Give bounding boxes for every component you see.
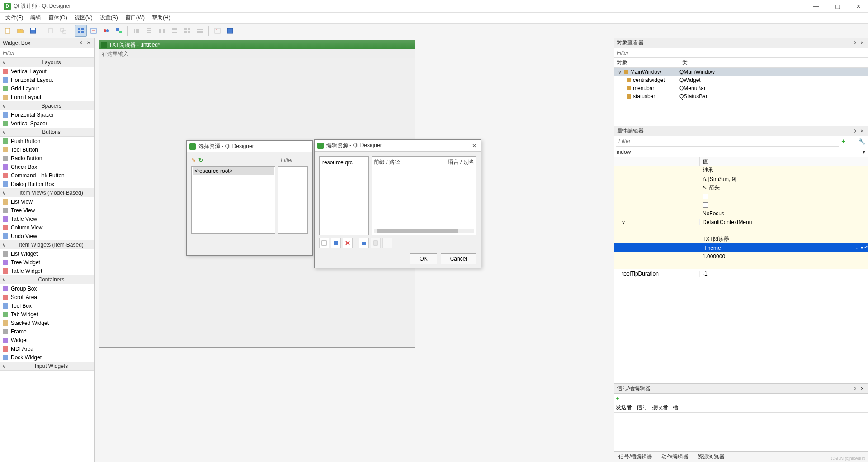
widget-item[interactable]: Radio Button <box>0 154 94 162</box>
layout-vertical-button[interactable] <box>143 25 155 37</box>
ok-button[interactable]: OK <box>410 253 437 264</box>
form-menubar[interactable]: 在这里输入 <box>99 49 415 58</box>
property-row[interactable] <box>614 261 868 269</box>
panel-float-icon[interactable]: ◊ <box>852 386 858 392</box>
layout-horizontal-splitter-button[interactable] <box>156 25 168 37</box>
panel-close-icon[interactable]: ✕ <box>85 40 92 46</box>
edit-buddies-button[interactable] <box>100 25 112 37</box>
widget-item[interactable]: MDI Area <box>0 344 94 353</box>
new-qrc-icon[interactable] <box>319 238 329 248</box>
widget-item[interactable]: Frame <box>0 327 94 336</box>
widget-item[interactable]: Vertical Layout <box>0 67 94 76</box>
widget-item[interactable]: Scroll Area <box>0 293 94 301</box>
property-object-combo[interactable]: indow ▾ <box>614 147 868 157</box>
resource-table[interactable]: 前缀 / 路径 语言 / 别名 <box>372 156 476 235</box>
widget-item[interactable]: Table View <box>0 214 94 223</box>
tab-signal-slot[interactable]: 信号/槽编辑器 <box>618 453 652 461</box>
dialog2-close-icon[interactable]: ✕ <box>470 143 478 149</box>
layout-vertical-splitter-button[interactable] <box>169 25 180 37</box>
widget-box-filter[interactable] <box>0 48 94 58</box>
adjust-size-button[interactable] <box>224 25 236 37</box>
property-name-col[interactable] <box>614 157 700 166</box>
signal-table-body[interactable] <box>614 413 868 451</box>
minimize-button[interactable]: — <box>810 3 822 10</box>
object-col[interactable]: 对象 <box>614 58 679 67</box>
horizontal-scrollbar[interactable] <box>374 229 474 233</box>
open-file-button[interactable] <box>14 25 26 37</box>
signal-col[interactable]: 信号 <box>637 404 647 412</box>
widget-item[interactable]: Tree View <box>0 206 94 214</box>
remove-signal-icon[interactable]: — <box>621 395 627 402</box>
widget-item[interactable]: Horizontal Layout <box>0 76 94 84</box>
class-col[interactable]: 类 <box>679 58 691 67</box>
panel-close-icon[interactable]: ✕ <box>859 128 865 134</box>
widget-item[interactable]: Tree Widget <box>0 258 94 267</box>
widget-item[interactable]: Table Widget <box>0 267 94 275</box>
widget-category[interactable]: vItem Widgets (Item-Based) <box>0 240 94 249</box>
dialog1-filter[interactable] <box>281 157 308 163</box>
property-row[interactable]: [Theme]... ▾ ↶ <box>614 243 868 252</box>
widget-item[interactable]: List Widget <box>0 249 94 258</box>
maximize-button[interactable]: ▢ <box>831 3 844 10</box>
widget-item[interactable]: Group Box <box>0 284 94 293</box>
object-tree-row[interactable]: menubarQMenuBar <box>614 84 868 92</box>
widget-category[interactable]: vButtons <box>0 128 94 137</box>
panel-close-icon[interactable]: ✕ <box>859 40 865 46</box>
remove-property-icon[interactable]: — <box>848 137 857 146</box>
property-row[interactable]: 继承 <box>614 166 868 175</box>
widget-item[interactable]: List View <box>0 197 94 206</box>
menu-view[interactable]: 视图(V) <box>71 13 96 23</box>
open-qrc-icon[interactable] <box>331 238 341 248</box>
add-property-icon[interactable]: + <box>839 137 848 146</box>
configure-icon[interactable]: 🔧 <box>857 137 866 146</box>
menu-form[interactable]: 窗体(O) <box>45 13 71 23</box>
widget-item[interactable]: Push Button <box>0 137 94 145</box>
add-prefix-icon[interactable] <box>359 238 369 248</box>
property-filter[interactable] <box>616 137 839 147</box>
qrc-list[interactable]: resource.qrc <box>319 156 369 235</box>
resource-root-item[interactable]: <resource root> <box>193 167 274 175</box>
panel-float-icon[interactable]: ◊ <box>852 128 858 134</box>
widget-item[interactable]: Column View <box>0 223 94 232</box>
widget-category[interactable]: vSpacers <box>0 101 94 110</box>
widget-category[interactable]: vInput Widgets <box>0 362 94 371</box>
sender-col[interactable]: 发送者 <box>616 404 632 412</box>
property-row[interactable] <box>614 192 868 200</box>
widget-item[interactable]: Vertical Spacer <box>0 119 94 128</box>
edit-widgets-button[interactable] <box>75 25 87 37</box>
widget-item[interactable]: Dock Widget <box>0 353 94 362</box>
add-file-icon[interactable] <box>371 238 381 248</box>
widget-item[interactable]: Widget <box>0 336 94 344</box>
qrc-item[interactable]: resource.qrc <box>321 158 367 167</box>
save-button[interactable] <box>27 25 39 37</box>
tab-action-editor[interactable]: 动作编辑器 <box>661 453 689 461</box>
property-row[interactable]: NoFocus <box>614 209 868 218</box>
add-signal-icon[interactable]: + <box>616 395 619 402</box>
widget-item[interactable]: Grid Layout <box>0 84 94 93</box>
widget-item[interactable]: Undo View <box>0 232 94 240</box>
receiver-col[interactable]: 接收者 <box>652 404 668 412</box>
property-row[interactable] <box>614 200 868 209</box>
undo-button[interactable] <box>45 25 57 37</box>
widget-category[interactable]: vLayouts <box>0 58 94 67</box>
menu-help[interactable]: 帮助(H) <box>148 13 174 23</box>
remove-qrc-icon[interactable] <box>343 238 353 248</box>
edit-tab-order-button[interactable] <box>113 25 125 37</box>
property-row[interactable]: yDefaultContextMenu <box>614 218 868 226</box>
edit-signals-button[interactable] <box>88 25 99 37</box>
property-row[interactable]: 1.000000 <box>614 252 868 261</box>
widget-item[interactable]: Dialog Button Box <box>0 180 94 188</box>
widget-item[interactable]: Tab Widget <box>0 310 94 319</box>
object-tree-row[interactable]: centralwidgetQWidget <box>614 76 868 84</box>
break-layout-button[interactable] <box>212 25 223 37</box>
slot-col[interactable]: 槽 <box>673 404 678 412</box>
resource-tree[interactable]: <resource root> <box>191 166 275 234</box>
widget-box-list[interactable]: vLayoutsVertical LayoutHorizontal Layout… <box>0 58 94 462</box>
widget-item[interactable]: Form Layout <box>0 93 94 101</box>
redo-button[interactable] <box>57 25 69 37</box>
layout-form-button[interactable] <box>194 25 206 37</box>
widget-item[interactable]: Stacked Widget <box>0 319 94 327</box>
edit-icon[interactable]: ✎ <box>191 157 196 163</box>
cancel-button[interactable]: Cancel <box>441 253 476 264</box>
property-value-col[interactable]: 值 <box>700 157 711 166</box>
